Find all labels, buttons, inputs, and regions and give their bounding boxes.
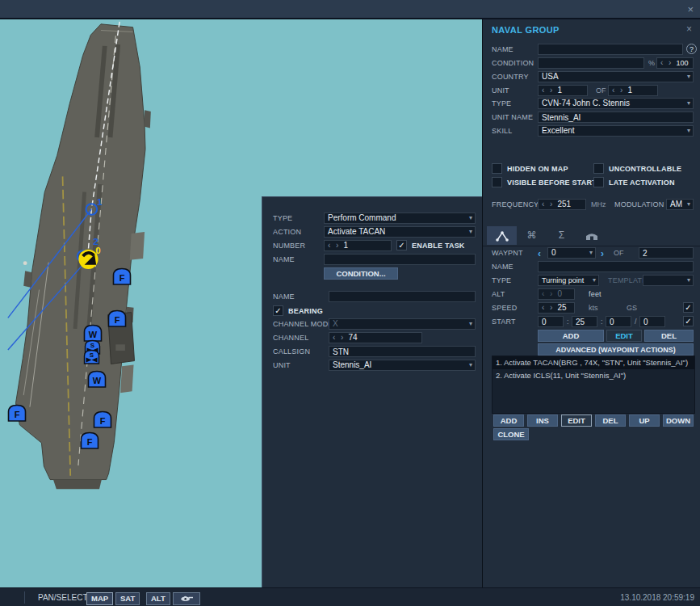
country-dropdown[interactable]: USA▾	[538, 71, 694, 82]
number-stepper[interactable]: ‹ ›1	[324, 240, 392, 251]
skill-dropdown[interactable]: Excellent▾	[538, 125, 694, 137]
waypoint-prev-icon[interactable]: ‹	[538, 248, 541, 259]
wp-type-dropdown[interactable]: Turning point▾	[538, 275, 599, 286]
ship-type-row: TYPE CVN-74 John C. Stennis▾	[483, 98, 700, 109]
action-type-row: TYPE Perform Command▾	[262, 213, 482, 224]
tab-route[interactable]	[487, 226, 517, 245]
slash-separator: /	[635, 318, 637, 326]
unit-name-input[interactable]	[538, 112, 694, 123]
waypoint-add-button[interactable]: ADD	[538, 330, 604, 342]
chevron-down-icon: ▾	[469, 360, 472, 370]
action-list-item[interactable]: 2. Activate ICLS(11, Unit "Stennis_AI")	[493, 369, 694, 382]
modulation-dropdown[interactable]: AM▾	[666, 199, 694, 210]
bearing-row: BEARING	[262, 305, 482, 317]
tacan-name-input[interactable]	[329, 291, 476, 302]
callsign-input[interactable]	[329, 346, 476, 357]
unit-number-stepper[interactable]: ‹ ›1	[538, 85, 588, 96]
visible-before-start-checkbox[interactable]	[492, 177, 502, 187]
stepper-arrows-icon[interactable]: ‹ ›	[542, 86, 554, 95]
stepper-arrows-icon[interactable]: ‹ ›	[542, 200, 554, 208]
action-edit-button[interactable]: EDIT	[561, 415, 592, 427]
group-name-input[interactable]	[538, 44, 683, 55]
waypoint-next-icon[interactable]: ›	[601, 248, 604, 259]
late-activation-checkbox[interactable]	[593, 177, 604, 187]
waypoint-edit-button[interactable]: EDIT	[606, 330, 642, 342]
start-time-checkbox[interactable]	[683, 316, 694, 326]
frequency-stepper[interactable]: ‹ ›251	[538, 199, 586, 210]
svg-text:S: S	[90, 342, 95, 349]
kts-label: kts	[589, 304, 598, 312]
sat-layer-button[interactable]: SAT	[115, 592, 140, 605]
svg-text:W: W	[89, 330, 98, 339]
waypoint-del-button[interactable]: DEL	[644, 330, 694, 342]
action-type-dropdown[interactable]: Perform Command▾	[324, 213, 476, 224]
start-hours-input[interactable]	[538, 316, 564, 327]
waypoint-actions-list[interactable]: 1. Activate TACAN(BRG , 74X, "STN", Unit…	[492, 356, 695, 414]
gs-checkbox[interactable]	[683, 302, 694, 313]
command-icon: ⌘	[527, 229, 537, 241]
colon-separator: :	[601, 318, 603, 326]
advanced-waypoint-actions-button[interactable]: ADVANCED (WAYPOINT ACTIONS)	[538, 343, 694, 356]
unit-total-stepper[interactable]: ‹ ›1	[608, 85, 658, 96]
action-ins-button[interactable]: INS	[527, 415, 558, 427]
action-dropdown[interactable]: Activate TACAN▾	[324, 226, 476, 238]
of-label: OF	[614, 249, 624, 257]
hidden-on-map-checkbox[interactable]	[492, 163, 502, 174]
window-title-bar: ×	[0, 0, 700, 19]
condition-input[interactable]	[538, 57, 644, 69]
channel-stepper[interactable]: ‹ ›74	[329, 332, 422, 343]
checkbox-row-1: HIDDEN ON MAP UNCONTROLLABLE	[483, 163, 700, 175]
help-button[interactable]: ?	[686, 44, 697, 54]
country-label: COUNTRY	[492, 73, 529, 81]
action-del-button[interactable]: DEL	[595, 415, 626, 427]
action-add-button[interactable]: ADD	[493, 415, 524, 427]
bearing-checkbox[interactable]	[273, 305, 283, 316]
action-down-button[interactable]: DOWN	[663, 415, 694, 427]
tab-hangar[interactable]	[576, 226, 606, 245]
stepper-arrows-icon[interactable]: ‹ ›	[328, 241, 340, 250]
chevron-down-icon: ▾	[469, 213, 472, 223]
wp-type-row: TYPE Turning point▾ TEMPLATE ▾	[483, 275, 700, 286]
wp-name-input[interactable]	[538, 261, 694, 272]
hangar-icon	[585, 230, 598, 241]
window-close-icon[interactable]: ×	[687, 3, 694, 15]
stepper-arrows-icon[interactable]: ‹ ›	[333, 333, 345, 342]
speed-stepper[interactable]: ‹ ›25	[538, 302, 575, 314]
name-input[interactable]	[324, 254, 476, 265]
unit-icons-toggle[interactable]	[173, 592, 200, 605]
waypoint-count-input[interactable]	[639, 247, 694, 259]
stepper-arrows-icon[interactable]: ‹ ›	[660, 58, 673, 67]
action-list-item[interactable]: 1. Activate TACAN(BRG , 74X, "STN", Unit…	[493, 356, 694, 369]
uncontrollable-checkbox[interactable]	[593, 163, 604, 174]
waypnt-dropdown[interactable]: 0▾	[547, 247, 596, 259]
group-tabs: ⌘ Σ	[483, 226, 700, 246]
country-row: COUNTRY USA▾	[483, 71, 700, 82]
panel-close-icon[interactable]: ×	[686, 23, 692, 35]
action-up-button[interactable]: UP	[629, 415, 660, 427]
stepper-arrows-icon[interactable]: ‹ ›	[542, 303, 554, 312]
visible-before-start-label: VISIBLE BEFORE START	[507, 179, 597, 187]
unit-label: UNIT	[492, 86, 509, 95]
chevron-down-icon: ▾	[687, 276, 690, 285]
datetime-display: 13.10.2018 20:59:19	[620, 593, 694, 602]
start-day-input[interactable]	[639, 316, 665, 327]
map-layer-button[interactable]: MAP	[86, 592, 113, 605]
start-seconds-input[interactable]	[606, 316, 631, 327]
action-clone-button[interactable]: CLONE	[493, 428, 529, 440]
ship-type-dropdown[interactable]: CVN-74 John C. Stennis▾	[538, 98, 694, 109]
condition-stepper[interactable]: ‹ ›100	[656, 57, 694, 69]
mission-editor-window: { "window": { "close_glyph": "×" }, "map…	[0, 0, 700, 606]
tab-summary[interactable]: Σ	[547, 226, 576, 245]
stepper-arrows-icon[interactable]: ‹ ›	[612, 86, 624, 95]
callsign-label: CALLSIGN	[273, 347, 310, 356]
enable-task-checkbox[interactable]	[396, 240, 407, 250]
svg-text:W: W	[93, 376, 102, 385]
waypoint-action-dialog: TYPE Perform Command▾ ACTION Activate TA…	[262, 196, 482, 587]
start-minutes-input[interactable]	[572, 316, 597, 327]
condition-button[interactable]: CONDITION...	[324, 267, 398, 280]
skill-label: SKILL	[492, 127, 513, 135]
tab-systems[interactable]: ⌘	[517, 226, 547, 245]
unit-dropdown[interactable]: Stennis_AI▾	[329, 360, 476, 371]
name-label: NAME	[492, 263, 513, 271]
alt-layer-button[interactable]: ALT	[146, 592, 170, 605]
